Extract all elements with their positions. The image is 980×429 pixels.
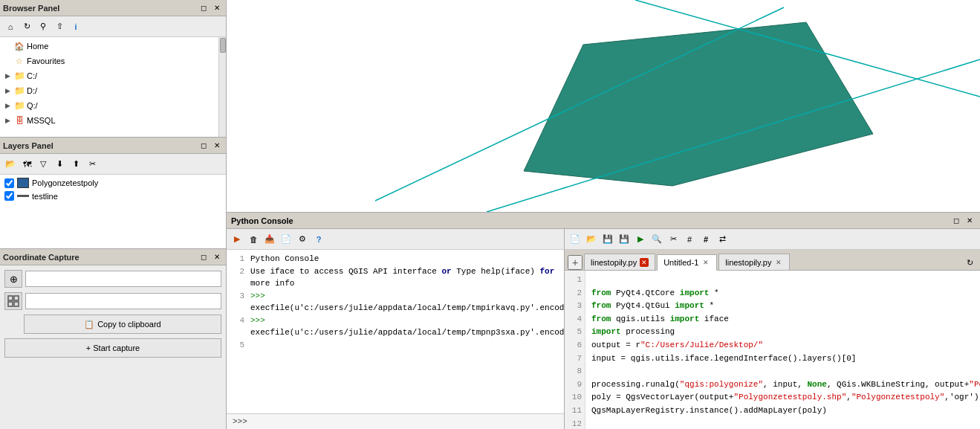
layers-open-btn[interactable]: 📂 (3, 157, 18, 172)
tab-linestopily-2-close[interactable]: ✕ (774, 258, 783, 267)
console-line-5: 5 (233, 339, 558, 352)
tab-add-button[interactable]: + (568, 255, 583, 270)
start-capture-label: + Start capture (86, 343, 140, 352)
layer-poly-checkbox[interactable] (4, 178, 14, 188)
browser-toolbar: ⌂ ↻ ⚲ ⇧ i (0, 16, 226, 37)
main-area: Python Console ◻ ✕ ▶ 🗑 📥 📄 ⚙ ? 1 (227, 0, 980, 429)
browser-info-btn[interactable]: i (68, 19, 83, 34)
browser-item-q[interactable]: ▶ 📁 Q:/ (0, 98, 218, 113)
line-numbers: 1 2 3 4 5 6 7 8 9 10 11 12 (565, 271, 585, 429)
coord-grid-icon[interactable] (4, 292, 22, 310)
console-left: ▶ 🗑 📥 📄 ⚙ ? 1 Python Console 2 Use iface… (227, 229, 565, 429)
python-body: ▶ 🗑 📥 📄 ⚙ ? 1 Python Console 2 Use iface… (227, 229, 980, 429)
home-arrow (3, 42, 12, 51)
fav-arrow (3, 57, 12, 65)
console-editor-btn[interactable]: 📄 (279, 232, 293, 247)
browser-item-c[interactable]: ▶ 📁 C:/ (0, 68, 218, 83)
tab-linestopily-1[interactable]: linestopily.py ✕ (584, 254, 655, 270)
layer-polygonzetestpoly[interactable]: Polygonzetestpoly (0, 176, 226, 190)
layers-close-icon[interactable]: ✕ (211, 140, 223, 152)
tab-linestopily-1-close[interactable]: ✕ (640, 258, 649, 267)
copy-label: Copy to clipboard (97, 320, 161, 329)
layers-restore-icon[interactable]: ◻ (198, 140, 210, 152)
layer-line-swatch-container (17, 191, 29, 201)
map-canvas[interactable] (227, 0, 980, 212)
browser-item-favourites[interactable]: ☆ Favourites (0, 54, 218, 68)
layer-line-swatch (17, 195, 29, 197)
browser-collapse-btn[interactable]: ⇧ (52, 19, 67, 34)
svg-rect-0 (8, 296, 13, 300)
editor-open-btn[interactable]: 📂 (584, 232, 599, 247)
console-settings-btn[interactable]: ⚙ (295, 232, 310, 247)
editor-tabs: + linestopily.py ✕ Untitled-1 ✕ linestop… (565, 250, 980, 271)
browser-scrollbar[interactable] (218, 37, 226, 137)
coord-restore-icon[interactable]: ◻ (198, 251, 210, 263)
browser-item-d-label: D:/ (27, 86, 37, 95)
coord-crosshair-icon[interactable]: ⊕ (4, 270, 22, 288)
layers-collapse-btn[interactable]: ⬆ (68, 157, 83, 172)
layer-poly-swatch (17, 178, 29, 188)
browser-refresh-btn[interactable]: ↻ (19, 19, 34, 34)
layers-filter-by-map-btn[interactable]: 🗺 (19, 157, 34, 172)
browser-item-d[interactable]: ▶ 📁 D:/ (0, 83, 218, 98)
tab-untitled-1-label: Untitled-1 (663, 258, 698, 267)
layers-expand-btn[interactable]: ⬇ (52, 157, 67, 172)
layer-line-checkbox[interactable] (4, 191, 14, 201)
console-help-btn[interactable]: ? (311, 232, 326, 247)
start-capture-button[interactable]: + Start capture (4, 338, 221, 358)
tab-untitled-1-close[interactable]: ✕ (701, 258, 710, 267)
coord-close-icon[interactable]: ✕ (211, 251, 223, 263)
tab-untitled-1[interactable]: Untitled-1 ✕ (657, 254, 717, 271)
editor-run-btn[interactable]: ▶ (633, 232, 648, 247)
browser-filter-btn[interactable]: ⚲ (36, 19, 51, 34)
layer-testline[interactable]: testline (0, 190, 226, 202)
coord-header-icons: ◻ ✕ (198, 251, 223, 263)
browser-item-home[interactable]: 🏠 Home (0, 39, 218, 54)
tab-linestopily-2-label: linestopily.py (725, 258, 771, 267)
python-header-icons: ◻ ✕ (950, 215, 976, 227)
editor-right: 📄 📂 💾 💾 ▶ 🔍 ✂ # # ⇄ + linestopily.py ✕ (565, 229, 980, 429)
browser-item-mssql[interactable]: ▶ 🗄 MSSQL (0, 113, 218, 128)
c-folder-icon: 📁 (13, 70, 25, 82)
editor-more2-btn[interactable]: # (698, 232, 713, 247)
editor-new-btn[interactable]: 📄 (568, 232, 583, 247)
editor-indent-btn[interactable]: ⇄ (715, 232, 730, 247)
browser-panel: Browser Panel ◻ ✕ ⌂ ↻ ⚲ ⇧ i 🏠 Home (0, 0, 226, 138)
browser-item-favourites-label: Favourites (27, 57, 65, 65)
tab-refresh-btn[interactable]: ↻ (962, 255, 977, 270)
q-folder-icon: 📁 (13, 100, 25, 112)
coord-x-input[interactable] (25, 271, 221, 287)
python-console-area: Python Console ◻ ✕ ▶ 🗑 📥 📄 ⚙ ? 1 (227, 212, 980, 429)
tab-linestopily-2[interactable]: linestopily.py ✕ (718, 254, 790, 270)
browser-tree: 🏠 Home ☆ Favourites ▶ 📁 C:/ ▶ 📁 D:/ (0, 37, 218, 137)
editor-toolbar: 📄 📂 💾 💾 ▶ 🔍 ✂ # # ⇄ (565, 229, 980, 250)
browser-item-c-label: C:/ (27, 71, 37, 80)
code-content[interactable]: from PyQt4.QtCore import * from PyQt4.Qt… (585, 271, 980, 429)
layers-remove-btn[interactable]: ✂ (85, 157, 100, 172)
editor-find-btn[interactable]: 🔍 (649, 232, 664, 247)
editor-save-as-btn[interactable]: 💾 (617, 232, 632, 247)
console-run-btn[interactable]: ▶ (230, 232, 244, 247)
copy-to-clipboard-button[interactable]: 📋 Copy to clipboard (24, 315, 221, 334)
console-line-2: 2 Use iface to access QGIS API interface… (233, 265, 558, 290)
layers-filter-btn[interactable]: ▽ (36, 157, 51, 172)
coord-capture-panel: Coordinate Capture ◻ ✕ ⊕ (0, 249, 226, 429)
layers-header-icons: ◻ ✕ (198, 140, 223, 152)
python-console-title: Python Console (231, 216, 293, 225)
editor-cut-btn[interactable]: ✂ (666, 232, 681, 247)
svg-rect-3 (14, 302, 19, 306)
python-restore-icon[interactable]: ◻ (950, 215, 962, 227)
browser-scrollbar-thumb[interactable] (220, 38, 226, 53)
editor-save-btn[interactable]: 💾 (600, 232, 615, 247)
code-area[interactable]: 1 2 3 4 5 6 7 8 9 10 11 12 from PyQt4.Qt… (565, 271, 980, 429)
editor-more1-btn[interactable]: # (682, 232, 697, 247)
browser-restore-icon[interactable]: ◻ (198, 2, 210, 14)
browser-close-icon[interactable]: ✕ (211, 2, 223, 14)
console-import-btn[interactable]: 📥 (262, 232, 277, 247)
home-folder-icon: 🏠 (13, 40, 25, 52)
svg-rect-2 (8, 302, 13, 306)
console-clear-btn[interactable]: 🗑 (246, 232, 261, 247)
coord-y-input[interactable] (25, 293, 221, 309)
browser-home-btn[interactable]: ⌂ (3, 19, 18, 34)
python-close-icon[interactable]: ✕ (964, 215, 976, 227)
